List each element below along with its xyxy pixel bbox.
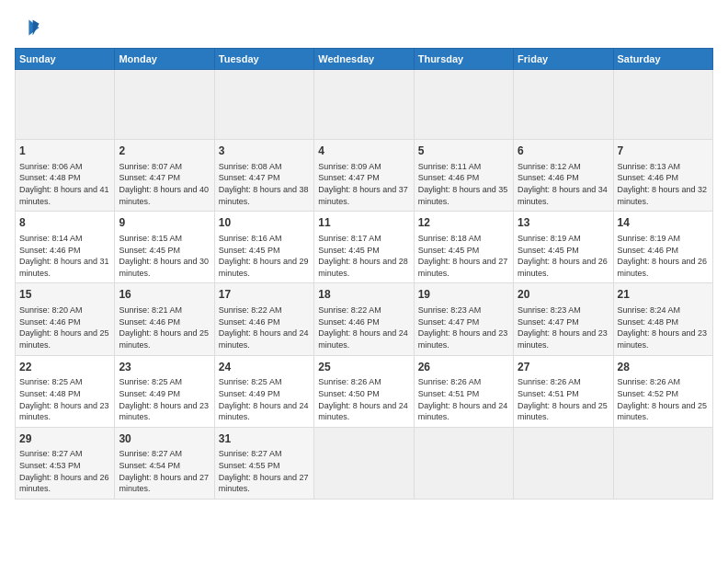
sunrise-label: Sunrise: 8:13 AM	[618, 162, 681, 171]
daylight-label: Daylight: 8 hours and 23 minutes.	[618, 328, 708, 350]
sunrise-label: Sunrise: 8:21 AM	[119, 305, 182, 315]
day-number: 12	[418, 215, 509, 231]
calendar-cell	[414, 70, 513, 140]
sunrise-label: Sunrise: 8:18 AM	[418, 234, 482, 243]
sunrise-label: Sunrise: 8:26 AM	[518, 377, 581, 386]
sunrise-label: Sunrise: 8:23 AM	[418, 305, 482, 315]
sunrise-label: Sunrise: 8:14 AM	[19, 234, 83, 243]
sunset-label: Sunset: 4:46 PM	[19, 317, 81, 327]
sunrise-label: Sunrise: 8:26 AM	[318, 377, 381, 386]
sunrise-label: Sunrise: 8:20 AM	[19, 305, 83, 315]
day-number: 17	[219, 287, 310, 303]
daylight-label: Daylight: 8 hours and 34 minutes.	[518, 185, 608, 206]
calendar-cell	[214, 70, 313, 140]
calendar-cell: 26 Sunrise: 8:26 AM Sunset: 4:51 PM Dayl…	[414, 355, 513, 427]
sunset-label: Sunset: 4:47 PM	[219, 173, 280, 182]
calendar-cell	[16, 70, 115, 140]
sunset-label: Sunset: 4:47 PM	[418, 317, 480, 327]
sunset-label: Sunset: 4:45 PM	[518, 246, 579, 255]
calendar-cell	[514, 70, 613, 140]
sunrise-label: Sunrise: 8:07 AM	[119, 162, 182, 171]
daylight-label: Daylight: 8 hours and 25 minutes.	[19, 328, 109, 350]
sunset-label: Sunset: 4:47 PM	[119, 173, 180, 182]
daylight-label: Daylight: 8 hours and 23 minutes.	[119, 401, 209, 422]
day-number: 23	[119, 360, 210, 375]
day-number: 6	[518, 144, 609, 159]
calendar-cell: 27 Sunrise: 8:26 AM Sunset: 4:51 PM Dayl…	[514, 355, 613, 427]
calendar-cell: 30 Sunrise: 8:27 AM Sunset: 4:54 PM Dayl…	[115, 427, 214, 499]
daylight-label: Daylight: 8 hours and 25 minutes.	[119, 328, 209, 350]
sunset-label: Sunset: 4:45 PM	[119, 246, 180, 255]
daylight-label: Daylight: 8 hours and 23 minutes.	[518, 328, 608, 350]
calendar-cell: 1 Sunrise: 8:06 AM Sunset: 4:48 PM Dayli…	[16, 140, 115, 212]
sunset-label: Sunset: 4:49 PM	[119, 389, 180, 398]
calendar-cell: 23 Sunrise: 8:25 AM Sunset: 4:49 PM Dayl…	[115, 355, 214, 427]
daylight-label: Daylight: 8 hours and 31 minutes.	[19, 257, 109, 278]
sunrise-label: Sunrise: 8:06 AM	[19, 162, 83, 171]
sunset-label: Sunset: 4:46 PM	[618, 246, 679, 255]
calendar-cell: 31 Sunrise: 8:27 AM Sunset: 4:55 PM Dayl…	[214, 427, 313, 499]
daylight-label: Daylight: 8 hours and 23 minutes.	[418, 328, 508, 350]
sunset-label: Sunset: 4:55 PM	[219, 461, 280, 470]
week-row	[16, 70, 713, 140]
daylight-label: Daylight: 8 hours and 26 minutes.	[618, 257, 708, 278]
sunset-label: Sunset: 4:48 PM	[19, 389, 81, 398]
sunset-label: Sunset: 4:46 PM	[19, 246, 81, 255]
calendar-cell: 19 Sunrise: 8:23 AM Sunset: 4:47 PM Dayl…	[414, 283, 513, 355]
daylight-label: Daylight: 8 hours and 30 minutes.	[119, 257, 209, 278]
calendar-cell: 3 Sunrise: 8:08 AM Sunset: 4:47 PM Dayli…	[214, 140, 313, 212]
calendar-cell: 2 Sunrise: 8:07 AM Sunset: 4:47 PM Dayli…	[115, 140, 214, 212]
daylight-label: Daylight: 8 hours and 38 minutes.	[219, 185, 309, 206]
sunset-label: Sunset: 4:50 PM	[318, 389, 380, 398]
daylight-label: Daylight: 8 hours and 24 minutes.	[219, 401, 309, 422]
calendar-cell: 13 Sunrise: 8:19 AM Sunset: 4:45 PM Dayl…	[514, 212, 613, 283]
sunset-label: Sunset: 4:45 PM	[318, 246, 380, 255]
col-monday: Monday	[115, 49, 214, 70]
day-number: 4	[318, 144, 409, 159]
calendar-cell: 14 Sunrise: 8:19 AM Sunset: 4:46 PM Dayl…	[613, 212, 712, 283]
logo	[15, 15, 44, 40]
sunset-label: Sunset: 4:46 PM	[518, 173, 579, 182]
day-number: 7	[618, 144, 709, 159]
daylight-label: Daylight: 8 hours and 24 minutes.	[418, 401, 508, 422]
day-number: 27	[518, 360, 609, 375]
day-number: 21	[618, 287, 709, 303]
sunrise-label: Sunrise: 8:17 AM	[318, 234, 381, 243]
daylight-label: Daylight: 8 hours and 26 minutes.	[19, 473, 109, 494]
day-number: 2	[119, 144, 210, 159]
sunset-label: Sunset: 4:49 PM	[219, 389, 280, 398]
sunrise-label: Sunrise: 8:27 AM	[19, 449, 83, 458]
daylight-label: Daylight: 8 hours and 28 minutes.	[318, 257, 408, 278]
calendar-cell: 28 Sunrise: 8:26 AM Sunset: 4:52 PM Dayl…	[613, 355, 712, 427]
calendar-cell: 6 Sunrise: 8:12 AM Sunset: 4:46 PM Dayli…	[514, 140, 613, 212]
sunrise-label: Sunrise: 8:25 AM	[19, 377, 83, 386]
col-thursday: Thursday	[414, 49, 513, 70]
daylight-label: Daylight: 8 hours and 37 minutes.	[318, 185, 408, 206]
day-number: 8	[19, 215, 110, 231]
sunset-label: Sunset: 4:47 PM	[318, 173, 380, 182]
sunset-label: Sunset: 4:53 PM	[19, 461, 81, 470]
header	[15, 15, 713, 40]
day-number: 10	[219, 215, 310, 231]
sunset-label: Sunset: 4:46 PM	[318, 317, 380, 327]
day-number: 22	[19, 360, 110, 375]
daylight-label: Daylight: 8 hours and 23 minutes.	[19, 401, 109, 422]
day-number: 19	[418, 287, 509, 303]
calendar-cell: 12 Sunrise: 8:18 AM Sunset: 4:45 PM Dayl…	[414, 212, 513, 283]
sunset-label: Sunset: 4:46 PM	[219, 317, 280, 327]
week-row: 29 Sunrise: 8:27 AM Sunset: 4:53 PM Dayl…	[16, 427, 713, 499]
week-row: 22 Sunrise: 8:25 AM Sunset: 4:48 PM Dayl…	[16, 355, 713, 427]
day-number: 15	[19, 287, 110, 303]
calendar-cell: 17 Sunrise: 8:22 AM Sunset: 4:46 PM Dayl…	[214, 283, 313, 355]
calendar-cell: 10 Sunrise: 8:16 AM Sunset: 4:45 PM Dayl…	[214, 212, 313, 283]
calendar-cell: 18 Sunrise: 8:22 AM Sunset: 4:46 PM Dayl…	[314, 283, 414, 355]
daylight-label: Daylight: 8 hours and 40 minutes.	[119, 185, 209, 206]
daylight-label: Daylight: 8 hours and 41 minutes.	[19, 185, 109, 206]
calendar-cell	[613, 70, 712, 140]
col-saturday: Saturday	[613, 49, 712, 70]
col-tuesday: Tuesday	[214, 49, 313, 70]
daylight-label: Daylight: 8 hours and 27 minutes.	[219, 473, 309, 494]
sunrise-label: Sunrise: 8:26 AM	[618, 377, 681, 386]
day-number: 14	[618, 215, 709, 231]
daylight-label: Daylight: 8 hours and 27 minutes.	[418, 257, 508, 278]
